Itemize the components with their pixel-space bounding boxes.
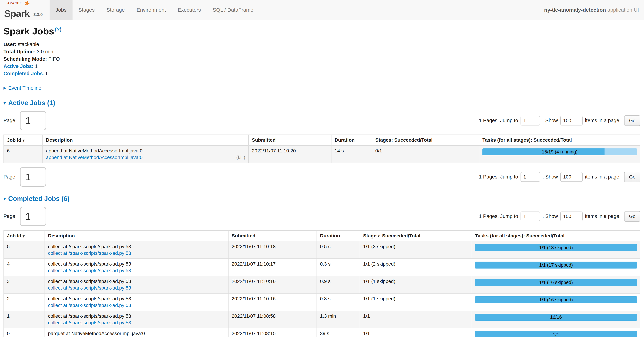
job-description-link[interactable]: append at NativeMethodAccessorImpl.java:… bbox=[46, 155, 142, 160]
job-id-cell: 3 bbox=[4, 276, 45, 293]
user-value: stackable bbox=[18, 41, 39, 47]
page-number-input[interactable] bbox=[20, 111, 46, 130]
duration-cell: 0.5 s bbox=[317, 241, 360, 259]
col-stages[interactable]: Stages: Succeeded/Total bbox=[360, 231, 472, 241]
tab-executors[interactable]: Executors bbox=[172, 0, 207, 20]
sort-desc-icon: ▾ bbox=[22, 234, 24, 238]
jump-to-input[interactable] bbox=[520, 172, 540, 182]
page-number-input[interactable] bbox=[20, 207, 46, 226]
stages-cell: 1/1 bbox=[360, 311, 472, 328]
spark-logo-graphic: APACHE ★ Spark bbox=[4, 0, 32, 18]
spark-logo[interactable]: APACHE ★ Spark 3.3.0 bbox=[2, 0, 45, 20]
duration-cell: 14 s bbox=[331, 145, 372, 163]
col-tasks[interactable]: Tasks (for all stages): Succeeded/Total bbox=[479, 135, 640, 145]
col-tasks[interactable]: Tasks (for all stages): Succeeded/Total bbox=[472, 231, 640, 241]
spark-star-icon: ★ bbox=[23, 0, 32, 8]
job-description-link[interactable]: collect at /spark-scripts/spark-ad.py:53 bbox=[48, 251, 131, 256]
submitted-cell: 2022/11/07 11:10:18 bbox=[228, 241, 317, 259]
app-name: ny-tlc-anomaly-detection bbox=[544, 7, 606, 13]
tasks-cell: 1/1 (16 skipped) bbox=[472, 276, 640, 293]
event-timeline-toggle[interactable]: ▶ Event Timeline bbox=[4, 85, 42, 91]
progress-label: 16/16 bbox=[475, 314, 637, 321]
go-button[interactable]: Go bbox=[624, 115, 640, 126]
job-id-cell: 6 bbox=[4, 145, 42, 163]
table-row: 3 collect at /spark-scripts/spark-ad.py:… bbox=[4, 276, 640, 293]
col-job-id[interactable]: Job Id ▾ bbox=[4, 231, 45, 241]
summary-active-jobs: Active Jobs: 1 bbox=[4, 62, 640, 70]
duration-cell: 39 s bbox=[317, 328, 360, 337]
job-id-cell: 4 bbox=[4, 259, 45, 276]
active-jobs-count: 1 bbox=[35, 63, 38, 69]
submitted-cell: 2022/11/07 11:10:20 bbox=[248, 145, 331, 163]
tasks-progress-bar: 1/1 (18 skipped) bbox=[475, 244, 637, 251]
col-job-id[interactable]: Job Id ▾ bbox=[4, 135, 42, 145]
active-jobs-title: Active Jobs (1) bbox=[8, 99, 55, 107]
uptime-value: 3.0 min bbox=[37, 49, 53, 54]
col-submitted[interactable]: Submitted bbox=[228, 231, 317, 241]
stages-cell: 1/1 (1 skipped) bbox=[360, 276, 472, 293]
tasks-progress-bar: 1/1 (17 skipped) bbox=[475, 262, 637, 269]
tab-stages[interactable]: Stages bbox=[72, 0, 100, 20]
pages-jump-text: 1 Pages. Jump to bbox=[479, 174, 518, 180]
col-stages[interactable]: Stages: Succeeded/Total bbox=[372, 135, 479, 145]
stages-cell: 1/1 (1 skipped) bbox=[360, 293, 472, 311]
show-items-input[interactable] bbox=[560, 172, 582, 182]
job-id-cell: 5 bbox=[4, 241, 45, 259]
completed-jobs-header[interactable]: ▾ Completed Jobs (6) bbox=[4, 195, 640, 203]
col-description[interactable]: Description bbox=[42, 135, 248, 145]
tasks-cell: 16/16 bbox=[472, 311, 640, 328]
completed-jobs-count: 6 bbox=[46, 71, 48, 76]
user-label: User: bbox=[4, 41, 16, 47]
tab-jobs[interactable]: Jobs bbox=[50, 0, 72, 20]
collapse-down-arrow-icon: ▾ bbox=[4, 101, 6, 105]
job-description-link[interactable]: collect at /spark-scripts/spark-ad.py:53 bbox=[48, 320, 131, 326]
kill-link[interactable]: (kill) bbox=[236, 155, 245, 160]
main-content: Spark Jobs(?) User: stackable Total Upti… bbox=[0, 26, 644, 337]
pagination-bar: Page: 1 Pages. Jump to . Show items in a… bbox=[4, 111, 640, 130]
description-cell: collect at /spark-scripts/spark-ad.py:53… bbox=[45, 259, 228, 276]
show-text: . Show bbox=[542, 213, 558, 219]
help-link[interactable]: (?) bbox=[55, 26, 62, 32]
job-description-link[interactable]: collect at /spark-scripts/spark-ad.py:53 bbox=[48, 303, 131, 308]
table-row: 0 parquet at NativeMethodAccessorImpl.ja… bbox=[4, 328, 640, 337]
scheduling-mode-value: FIFO bbox=[48, 56, 60, 62]
job-description-link[interactable]: collect at /spark-scripts/spark-ad.py:53 bbox=[48, 268, 131, 273]
progress-label: 1/1 (18 skipped) bbox=[475, 244, 637, 251]
collapse-down-arrow-icon: ▾ bbox=[4, 196, 6, 201]
app-title-suffix: application UI bbox=[607, 7, 639, 13]
expand-right-arrow-icon: ▶ bbox=[4, 86, 6, 90]
active-jobs-link[interactable]: Active Jobs: bbox=[4, 63, 34, 69]
page-number-input[interactable] bbox=[20, 167, 46, 187]
table-row: 2 collect at /spark-scripts/spark-ad.py:… bbox=[4, 293, 640, 311]
tab-environment[interactable]: Environment bbox=[130, 0, 172, 20]
col-submitted[interactable]: Submitted bbox=[248, 135, 331, 145]
show-items-input[interactable] bbox=[560, 212, 582, 221]
completed-jobs-title: Completed Jobs (6) bbox=[8, 195, 70, 203]
col-description[interactable]: Description bbox=[45, 231, 228, 241]
go-button[interactable]: Go bbox=[624, 172, 640, 182]
summary-completed-jobs: Completed Jobs: 6 bbox=[4, 70, 640, 77]
tab-sql-dataframe[interactable]: SQL / DataFrame bbox=[207, 0, 259, 20]
submitted-cell: 2022/11/07 11:10:17 bbox=[228, 259, 317, 276]
job-description-text: collect at /spark-scripts/spark-ad.py:53 bbox=[48, 261, 225, 267]
jump-to-input[interactable] bbox=[520, 212, 540, 221]
scheduling-mode-label: Scheduling Mode: bbox=[4, 56, 47, 62]
completed-jobs-link[interactable]: Completed Jobs: bbox=[4, 71, 44, 76]
show-items-input[interactable] bbox=[560, 116, 582, 125]
items-text: items in a page. bbox=[585, 118, 621, 123]
col-duration[interactable]: Duration bbox=[331, 135, 372, 145]
app-title: ny-tlc-anomaly-detection application UI bbox=[544, 7, 639, 13]
job-description-link[interactable]: collect at /spark-scripts/spark-ad.py:53 bbox=[48, 285, 131, 291]
pages-jump-text: 1 Pages. Jump to bbox=[479, 118, 518, 123]
active-jobs-table: Job Id ▾ Description Submitted Duration … bbox=[4, 134, 640, 163]
jump-to-input[interactable] bbox=[520, 116, 540, 125]
tasks-cell: 15/19 (4 running) bbox=[479, 145, 640, 163]
event-timeline: ▶ Event Timeline bbox=[4, 84, 640, 91]
active-jobs-header[interactable]: ▾ Active Jobs (1) bbox=[4, 99, 640, 107]
col-duration[interactable]: Duration bbox=[317, 231, 360, 241]
go-button[interactable]: Go bbox=[624, 211, 640, 222]
tab-storage[interactable]: Storage bbox=[100, 0, 130, 20]
spark-version: 3.3.0 bbox=[34, 12, 42, 17]
stages-cell: 1/1 (3 skipped) bbox=[360, 241, 472, 259]
table-row: 5 collect at /spark-scripts/spark-ad.py:… bbox=[4, 241, 640, 259]
